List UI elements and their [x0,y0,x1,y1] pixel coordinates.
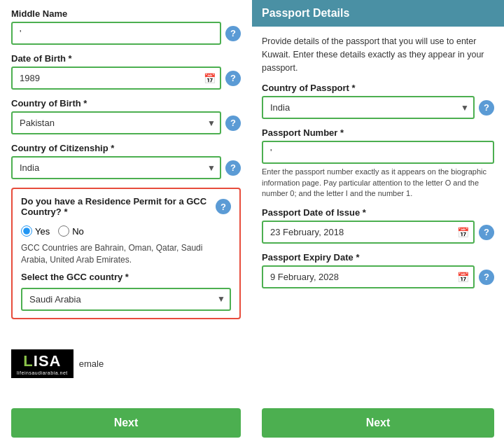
gcc-country-select[interactable]: Saudi Arabia Bahrain Oman Qatar United A… [21,288,231,311]
middle-name-row: ? [11,22,241,45]
gcc-yes-label[interactable]: Yes [21,225,50,237]
passport-expiry-date-label: Passport Expiry Date * [262,252,494,263]
passport-number-label: Passport Number * [262,127,494,138]
passport-expiry-date-row: 📅 ? [262,265,494,288]
lisa-logo-subtitle: lifeinsaudiarabia.net [17,370,68,375]
country-of-birth-row: Pakistan India Afghanistan ▼ ? [11,111,241,134]
gcc-note: GCC Countries are Bahrain, Oman, Qatar, … [21,242,231,266]
gcc-question-text: Do you have a Residence Permit for a GCC… [21,196,211,217]
gcc-no-label[interactable]: No [58,225,84,237]
right-next-button[interactable]: Next [262,408,494,438]
right-bottom: Next [252,403,504,446]
middle-name-label: Middle Name [11,8,241,19]
middle-name-group: Middle Name ? [11,8,241,45]
lisa-logo-text: LISA [23,352,61,370]
country-of-birth-label: Country of Birth * [11,98,241,109]
passport-description: Provide details of the passport that you… [262,35,494,74]
country-of-birth-help-button[interactable]: ? [225,116,241,131]
passport-expiry-date-input[interactable] [262,265,475,288]
bottom-area: LISA lifeinsaudiarabia.net emale [11,349,241,378]
passport-expiry-date-group: Passport Expiry Date * 📅 ? [262,252,494,288]
dob-input-wrapper: 📅 [11,67,221,90]
gcc-question-row: Do you have a Residence Permit for a GCC… [21,196,231,217]
gcc-country-wrapper: Saudi Arabia Bahrain Oman Qatar United A… [21,288,231,311]
country-of-passport-help-button[interactable]: ? [479,100,494,116]
country-of-citizenship-row: India Pakistan Other ▼ ? [11,156,241,179]
passport-number-group: Passport Number * Enter the passport num… [262,127,494,199]
passport-issue-date-input[interactable] [262,221,475,244]
gcc-country-row: Saudi Arabia Bahrain Oman Qatar United A… [21,288,231,311]
dob-help-button[interactable]: ? [225,71,241,86]
right-panel: Passport Details Provide details of the … [252,0,504,446]
gcc-help-button[interactable]: ? [216,199,231,214]
dob-row: 📅 ? [11,67,241,90]
gcc-country-label: Select the GCC country * [21,272,231,282]
country-of-passport-wrapper: India Pakistan Other ▼ [262,96,475,119]
female-text: emale [79,358,104,369]
dob-group: Date of Birth * 📅 ? [11,53,241,90]
passport-number-wrapper [262,141,494,164]
gcc-section: Do you have a Residence Permit for a GCC… [11,188,241,319]
dob-label: Date of Birth * [11,53,241,64]
country-of-birth-wrapper: Pakistan India Afghanistan ▼ [11,111,221,134]
left-next-button[interactable]: Next [11,408,241,438]
lisa-logo: LISA lifeinsaudiarabia.net [11,349,74,378]
country-of-passport-row: India Pakistan Other ▼ ? [262,96,494,119]
country-of-birth-select[interactable]: Pakistan India Afghanistan [11,111,221,134]
country-of-citizenship-wrapper: India Pakistan Other ▼ [11,156,221,179]
country-of-citizenship-label: Country of Citizenship * [11,143,241,153]
country-of-birth-group: Country of Birth * Pakistan India Afghan… [11,98,241,134]
country-of-citizenship-select[interactable]: India Pakistan Other [11,156,221,179]
middle-name-input-wrapper [11,22,221,45]
passport-details-header: Passport Details [252,0,504,27]
passport-details-title: Passport Details [262,7,349,19]
country-of-citizenship-help-button[interactable]: ? [225,160,241,176]
passport-number-input[interactable] [262,141,494,164]
country-of-passport-select[interactable]: India Pakistan Other [262,96,475,119]
passport-issue-date-label: Passport Date of Issue * [262,207,494,218]
country-of-passport-label: Country of Passport * [262,83,494,93]
passport-number-note: Enter the passport number exactly as it … [262,167,494,199]
country-of-citizenship-group: Country of Citizenship * India Pakistan … [11,143,241,179]
passport-number-row [262,141,494,164]
passport-expiry-date-wrapper: 📅 [262,265,475,288]
passport-issue-date-wrapper: 📅 [262,221,475,244]
gcc-yes-radio[interactable] [21,225,32,237]
middle-name-help-button[interactable]: ? [225,26,241,41]
passport-expiry-date-help-button[interactable]: ? [479,270,494,285]
right-content: Provide details of the passport that you… [252,27,504,403]
passport-issue-date-help-button[interactable]: ? [479,225,494,240]
dob-input[interactable] [11,67,221,90]
country-of-passport-group: Country of Passport * India Pakistan Oth… [262,83,494,119]
passport-issue-date-row: 📅 ? [262,221,494,244]
gcc-radio-group: Yes No [21,225,231,237]
left-panel: Middle Name ? Date of Birth * 📅 ? [0,0,252,446]
gcc-no-radio[interactable] [58,225,69,237]
middle-name-input[interactable] [11,22,221,45]
passport-issue-date-group: Passport Date of Issue * 📅 ? [262,207,494,244]
